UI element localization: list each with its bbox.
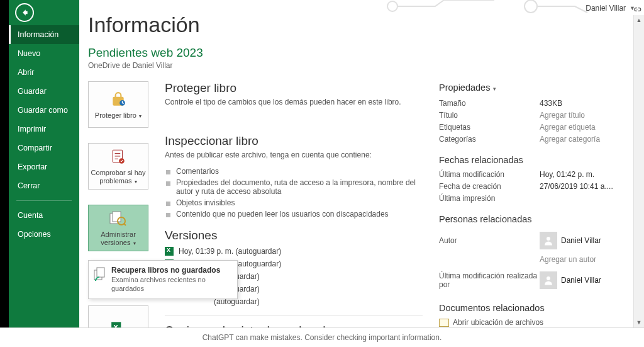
document-location: OneDrive de Daniel Villar: [88, 61, 628, 70]
recover-unsaved-popup[interactable]: Recupera libros no guardados Examina arc…: [88, 260, 238, 299]
inspect-tile-label-2: problemas: [99, 177, 131, 185]
sidebar-item-compartir[interactable]: Compartir: [9, 139, 79, 157]
version-item[interactable]: Hoy, 01:39 p. m. (autoguardar): [165, 245, 423, 258]
vertical-scrollbar[interactable]: ▲ ▼: [633, 15, 644, 327]
versions-tile-label-2: versiones: [101, 239, 130, 246]
sidebar-item-imprimir[interactable]: Imprimir: [9, 120, 79, 139]
folder-icon: [439, 319, 449, 327]
protect-section-title: Proteger libro: [165, 81, 423, 95]
inspect-item: Objetos invisibles: [165, 197, 423, 208]
sidebar-item-opciones[interactable]: Opciones: [9, 225, 79, 244]
related-docs-header: Documentos relacionados: [439, 303, 628, 313]
prop-size-value: 433KB: [540, 99, 562, 108]
host-rail: Daniel Villar: [0, 0, 9, 347]
sidebar-item-guardar-como[interactable]: Guardar como: [9, 101, 79, 120]
caret-down-icon: ▾: [133, 179, 137, 185]
prop-title-value[interactable]: Agregar título: [540, 111, 585, 120]
svg-rect-9: [97, 268, 104, 277]
avatar-icon: [540, 232, 557, 249]
sidebar-item-nuevo[interactable]: Nuevo: [9, 44, 79, 63]
excel-file-icon: [165, 247, 174, 256]
back-arrow-icon: [15, 3, 34, 22]
author-person[interactable]: Daniel Villar: [540, 232, 601, 249]
prop-modified-key: Última modificación: [439, 170, 540, 179]
sidebar-divider: [16, 200, 72, 201]
sidebar-nav-lower: Cuenta Opciones: [9, 206, 79, 244]
scroll-down-icon[interactable]: ▼: [634, 317, 644, 327]
add-author-link[interactable]: Agregar un autor: [540, 255, 628, 264]
link-icon: [633, 5, 641, 14]
sidebar-item-exportar[interactable]: Exportar: [9, 157, 79, 176]
inspect-list: Comentarios Propiedades del documento, r…: [165, 166, 423, 220]
checklist-icon: [110, 147, 126, 166]
prop-size-key: Tamaño: [439, 99, 540, 108]
prop-modified-value: Hoy, 01:42 p. m.: [540, 170, 594, 179]
inspect-section-title: Inspeccionar libro: [165, 134, 423, 148]
versions-tile-label-1: Administrar: [101, 230, 136, 238]
popup-title: Recupera libros no guardados: [111, 266, 232, 275]
inspect-item: Comentarios: [165, 166, 423, 177]
prop-categories-key: Categorías: [439, 135, 540, 144]
inspect-section-sub: Antes de publicar este archivo, tenga en…: [165, 151, 423, 159]
manage-versions-button[interactable]: Administrarversiones ▾: [88, 205, 148, 251]
open-file-location-link[interactable]: Abrir ubicación de archivos: [439, 318, 628, 327]
caret-down-icon: ▾: [491, 86, 496, 92]
protect-tile-label: Proteger libro: [95, 111, 136, 119]
versions-section-title: Versiones: [165, 229, 423, 242]
sidebar-item-informacion[interactable]: Información: [9, 25, 79, 44]
caret-down-icon: ▾: [138, 113, 142, 119]
author-key: Autor: [439, 236, 540, 245]
app-window: Daniel Villar Daniel Villar ▼ Informació…: [0, 0, 644, 347]
footer-disclaimer: ChatGPT can make mistakes. Consider chec…: [0, 327, 644, 347]
inspect-item: Propiedades del documento, ruta de acces…: [165, 177, 423, 197]
sidebar-item-cuenta[interactable]: Cuenta: [9, 206, 79, 225]
sidebar-item-guardar[interactable]: Guardar: [9, 82, 79, 101]
protect-section-sub: Controle el tipo de cambios que los demá…: [165, 98, 423, 106]
svg-point-14: [547, 276, 550, 280]
related-dates-header: Fechas relacionadas: [439, 155, 628, 165]
prop-created-value: 27/06/2019 10:41 a....: [540, 182, 613, 191]
caret-down-icon: ▾: [131, 241, 135, 246]
sidebar-nav: Información Nuevo Abrir Guardar Guardar …: [9, 25, 79, 195]
documents-icon: [94, 267, 108, 282]
prop-lastprint-key: Última impresión: [439, 194, 540, 203]
sidebar-item-abrir[interactable]: Abrir: [9, 63, 79, 82]
protect-workbook-button[interactable]: Proteger libro ▾: [88, 81, 148, 128]
browser-view-options-button[interactable]: X: [88, 305, 148, 327]
lastmodby-key: Última modificación realizada por: [439, 271, 540, 289]
prop-title-key: Título: [439, 111, 540, 120]
main-content: Información Pendientes web 2023 OneDrive…: [79, 0, 634, 327]
popup-subtitle: Examina archivos recientes no guardados: [111, 276, 232, 293]
svg-point-13: [547, 237, 550, 241]
prop-tags-value[interactable]: Agregar etiqueta: [540, 123, 596, 132]
properties-header[interactable]: Propiedades ▾: [439, 82, 628, 93]
lock-icon: [110, 90, 126, 109]
scroll-up-icon[interactable]: ▲: [634, 15, 644, 25]
back-button[interactable]: [9, 0, 79, 25]
backstage-sidebar: Información Nuevo Abrir Guardar Guardar …: [9, 0, 79, 327]
prop-tags-key: Etiquetas: [439, 123, 540, 132]
section-divider: [165, 316, 423, 316]
avatar-icon: [540, 271, 557, 289]
prop-categories-value[interactable]: Agregar categoría: [540, 135, 600, 144]
action-tiles-column: Proteger libro ▾ Comprobar si hayproblem…: [88, 81, 148, 327]
versions-icon: [109, 209, 127, 228]
page-title: Información: [88, 13, 628, 37]
inspect-tile-label-1: Comprobar si hay: [91, 169, 146, 176]
properties-column: Propiedades ▾ Tamaño433KB TítuloAgregar …: [439, 81, 628, 327]
svg-point-4: [119, 159, 125, 164]
lastmodby-person[interactable]: Daniel Villar: [540, 271, 601, 289]
sidebar-item-cerrar[interactable]: Cerrar: [9, 176, 79, 195]
prop-created-key: Fecha de creación: [439, 182, 540, 191]
excel-globe-icon: X: [110, 318, 126, 327]
document-name: Pendientes web 2023: [88, 46, 628, 60]
check-for-issues-button[interactable]: Comprobar si hayproblemas ▾: [88, 143, 148, 190]
related-people-header: Personas relacionadas: [439, 214, 628, 224]
svg-rect-6: [113, 212, 121, 222]
inspect-item: Contenido que no pueden leer los usuario…: [165, 208, 423, 220]
